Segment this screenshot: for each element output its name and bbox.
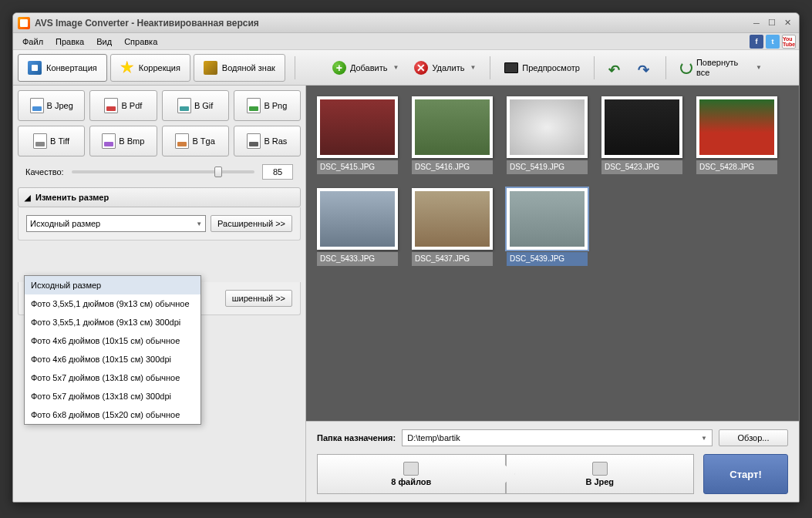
quality-input[interactable]	[262, 164, 293, 180]
ras-icon	[247, 133, 261, 149]
undo-icon	[608, 62, 622, 74]
thumbnail-label: DSC_5433.JPG	[317, 252, 398, 266]
maximize-button[interactable]: ☐	[765, 17, 779, 29]
format-ras-button[interactable]: В Ras	[234, 126, 301, 156]
bottom-bar: Папка назначения: D:\temp\bartik ▼ Обзор…	[306, 421, 799, 502]
resize-option[interactable]: Исходный размер	[25, 276, 200, 294]
summary-files-step: 8 файлов	[317, 454, 506, 494]
resize-section-header[interactable]: ◢ Изменить размер	[18, 187, 301, 207]
undo-button[interactable]	[601, 56, 630, 80]
tiff-icon	[33, 133, 47, 149]
minimize-button[interactable]: ─	[750, 17, 763, 29]
app-icon	[18, 17, 30, 29]
window-title: AVS Image Converter - Неактивированная в…	[35, 18, 259, 29]
thumbnail-card[interactable]: DSC_5423.JPG	[601, 96, 682, 174]
files-icon	[403, 462, 419, 476]
youtube-icon[interactable]: YouTube	[782, 35, 796, 49]
thumbnail-label: DSC_5419.JPG	[507, 160, 588, 174]
chevron-down-icon: ▼	[756, 64, 762, 71]
resize-option[interactable]: Фото 3,5x5,1 дюймов (9x13 см) 300dpi	[25, 313, 200, 331]
thumbnail-label: DSC_5439.JPG	[507, 252, 588, 266]
quality-label: Качество:	[25, 167, 64, 177]
resize-option[interactable]: Фото 5x7 дюймов (13x18 см) обычное	[25, 368, 200, 387]
gif-icon	[177, 98, 191, 113]
collapse-icon: ◢	[25, 193, 31, 202]
tab-convert[interactable]: Конвертация	[18, 54, 107, 82]
thumbnail-card[interactable]: DSC_5428.JPG	[696, 96, 777, 174]
png-icon	[247, 98, 261, 113]
format-tga-button[interactable]: В Tga	[162, 126, 229, 156]
resize-option[interactable]: Фото 4x6 дюймов (10x15 см) 300dpi	[25, 350, 200, 368]
thumbnail-image	[507, 188, 588, 250]
format-bmp-button[interactable]: В Bmp	[89, 126, 157, 156]
resize-option[interactable]: Фото 5x7 дюймов (13x18 см) 300dpi	[25, 387, 200, 405]
thumbnail-area[interactable]: DSC_5415.JPGDSC_5416.JPGDSC_5419.JPGDSC_…	[306, 86, 799, 421]
resize-option[interactable]: Фото 4x6 дюймов (10x15 см) обычное	[25, 331, 200, 350]
preview-button[interactable]: Предпросмотр	[497, 56, 588, 80]
format-gif-button[interactable]: В Gif	[162, 90, 229, 121]
resize-option[interactable]: Фото 6x8 дюймов (15x20 см) обычное	[25, 405, 200, 424]
resize-section-body: Исходный размер ▼ Расширенный >>	[18, 207, 301, 240]
app-window: AVS Image Converter - Неактивированная в…	[12, 12, 800, 503]
close-button[interactable]: ✕	[780, 17, 794, 29]
watermark-icon	[204, 61, 217, 75]
chevron-down-icon: ▼	[196, 220, 202, 227]
format-png-button[interactable]: В Png	[234, 90, 301, 121]
tab-correct[interactable]: Коррекция	[110, 54, 190, 82]
delete-button[interactable]: ✕ Удалить ▼	[406, 56, 483, 80]
format-jpeg-button[interactable]: В Jpeg	[18, 90, 85, 121]
tab-watermark[interactable]: Водяной знак	[194, 54, 285, 82]
titlebar: AVS Image Converter - Неактивированная в…	[13, 13, 799, 33]
summary-format-step: В Jpeg	[506, 454, 695, 494]
redo-icon	[638, 62, 652, 74]
resize-option[interactable]: Фото 3,5x5,1 дюймов (9x13 см) обычное	[25, 294, 200, 313]
chevron-down-icon: ▼	[393, 64, 399, 71]
resize-preset-select[interactable]: Исходный размер ▼	[26, 215, 206, 232]
menu-view[interactable]: Вид	[90, 35, 118, 49]
convert-icon	[28, 61, 42, 75]
menu-help[interactable]: Справка	[118, 35, 163, 49]
thumbnail-card[interactable]: DSC_5416.JPG	[412, 96, 493, 174]
add-button[interactable]: + Добавить ▼	[325, 56, 407, 80]
resize-advanced-button[interactable]: Расширенный >>	[211, 215, 292, 232]
menu-file[interactable]: Файл	[16, 35, 49, 49]
thumbnail-card[interactable]: DSC_5439.JPG	[507, 188, 588, 266]
browse-button[interactable]: Обзор...	[719, 429, 788, 446]
jpeg-icon	[30, 98, 44, 113]
start-button[interactable]: Старт!	[703, 454, 788, 494]
thumbnail-card[interactable]: DSC_5433.JPG	[317, 188, 398, 266]
main-toolbar: Конвертация Коррекция Водяной знак + Доб…	[13, 50, 799, 86]
menu-edit[interactable]: Правка	[49, 35, 90, 49]
thumbnail-image	[601, 96, 682, 158]
twitter-icon[interactable]: t	[766, 35, 780, 49]
left-panel: В Jpeg В Pdf В Gif В Png В Tiff В Bmp В …	[13, 86, 306, 502]
star-icon	[120, 61, 134, 75]
destination-input[interactable]: D:\temp\bartik ▼	[402, 429, 713, 446]
rename-advanced-button[interactable]: ширенный >>	[225, 290, 292, 307]
thumbnail-label: DSC_5416.JPG	[412, 160, 493, 174]
thumbnail-card[interactable]: DSC_5437.JPG	[412, 188, 493, 266]
tga-icon	[175, 133, 189, 149]
redo-button[interactable]	[630, 56, 659, 80]
quality-slider[interactable]	[72, 170, 254, 173]
format-pdf-button[interactable]: В Pdf	[89, 90, 157, 121]
destination-label: Папка назначения:	[317, 433, 396, 442]
thumbnail-image	[412, 96, 493, 158]
thumbnail-label: DSC_5428.JPG	[696, 160, 777, 174]
thumbnail-card[interactable]: DSC_5415.JPG	[317, 96, 398, 174]
thumbnail-image	[507, 96, 588, 158]
bmp-icon	[102, 133, 116, 149]
thumbnail-image	[317, 188, 398, 250]
facebook-icon[interactable]: f	[750, 35, 763, 49]
chevron-down-icon: ▼	[470, 64, 476, 71]
format-tiff-button[interactable]: В Tiff	[18, 126, 85, 156]
format-icon	[592, 462, 608, 476]
rotate-all-button[interactable]: Повернуть все ▼	[672, 56, 770, 80]
menubar: Файл Правка Вид Справка f t YouTube	[13, 33, 799, 50]
thumbnail-image	[412, 188, 493, 250]
monitor-icon	[504, 62, 518, 73]
pdf-icon	[104, 98, 118, 113]
chevron-down-icon: ▼	[701, 435, 707, 442]
thumbnail-card[interactable]: DSC_5419.JPG	[507, 96, 588, 174]
thumbnail-label: DSC_5415.JPG	[317, 160, 398, 174]
